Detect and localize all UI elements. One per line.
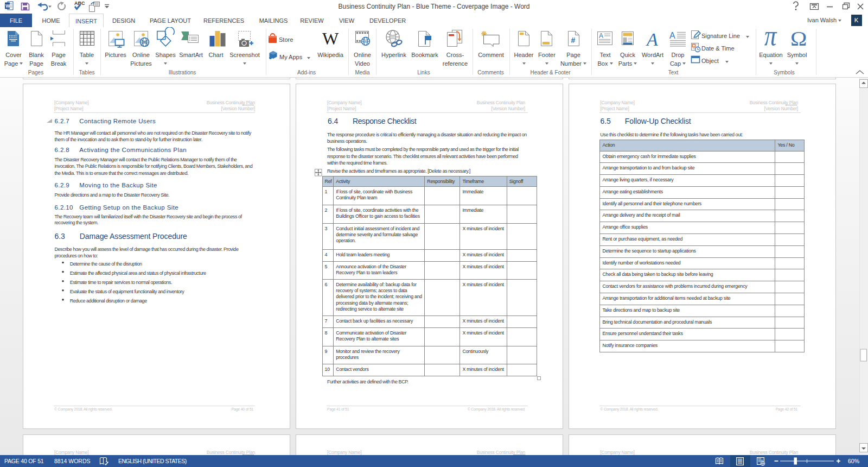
svg-text:A: A (646, 29, 658, 49)
svg-text:W: W (5, 3, 10, 9)
svg-text:#: # (571, 36, 576, 45)
svg-text:A: A (599, 32, 603, 40)
svg-text:π: π (764, 27, 777, 52)
svg-text:A: A (669, 31, 675, 40)
svg-text:Ω: Ω (790, 27, 807, 51)
svg-text:W: W (322, 29, 339, 48)
